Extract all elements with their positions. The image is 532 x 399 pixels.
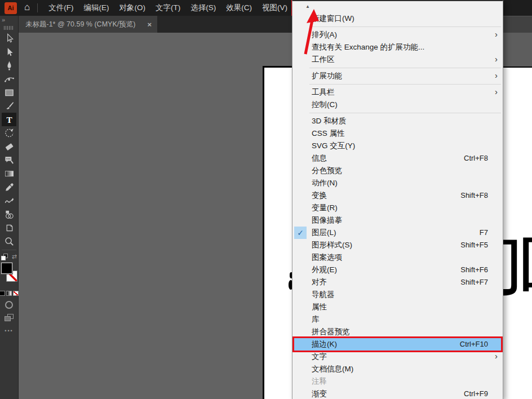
- draw-normal-mode-icon[interactable]: [5, 314, 14, 321]
- menu-item-label: CSS 属性: [312, 129, 345, 138]
- menu-item-label: 拼合器预览: [312, 327, 350, 336]
- check-icon: ✓: [294, 227, 307, 239]
- menu-item-arrange[interactable]: 排列(A)›: [292, 29, 503, 41]
- menu-item-extensions[interactable]: 扩展功能›: [292, 70, 503, 82]
- menu-item-stroke[interactable]: 描边(K)Ctrl+F10: [292, 338, 503, 351]
- menu-item-label: 工作区: [312, 55, 335, 64]
- menu-item-label: 变量(R): [312, 203, 338, 212]
- menu-item-label: 查找有关 Exchange 的扩展功能...: [312, 43, 424, 51]
- zoom-tool-icon[interactable]: [2, 234, 16, 248]
- gradient-button[interactable]: [6, 291, 12, 296]
- more-tools-icon[interactable]: •••: [5, 328, 13, 334]
- menu-item-appearance[interactable]: 外观(E)Shift+F6: [292, 264, 503, 276]
- comment-tool-icon[interactable]: [2, 153, 16, 167]
- menu-item-align[interactable]: 对齐Shift+F7: [292, 276, 503, 289]
- fill-swatch[interactable]: [1, 263, 12, 274]
- menu-item-css-properties[interactable]: CSS 属性: [292, 127, 503, 140]
- menu-item-label: 图形样式(S): [312, 241, 352, 249]
- menu-item-label: 分色预览: [312, 166, 342, 175]
- menu-item-label: 注释: [312, 377, 327, 385]
- illustrator-app: Ai ⌂ 文件(F)编辑(E)对象(O)文字(T)选择(S)效果(C)视图(V)…: [0, 0, 532, 399]
- none-button[interactable]: [13, 291, 19, 296]
- app-logo-icon[interactable]: Ai: [5, 2, 17, 14]
- menu-item-variables[interactable]: 变量(R): [292, 202, 503, 214]
- menu-item-workspace[interactable]: 工作区›: [292, 54, 503, 66]
- document-tab[interactable]: 未标题-1* @ 70.59 % (CMYK/预览) ×: [19, 16, 157, 33]
- menu-item-label: 扩展功能: [312, 72, 342, 80]
- menu-item-label: 对齐: [312, 278, 327, 286]
- menu-item-properties[interactable]: 属性: [292, 301, 503, 313]
- menu-item-layers[interactable]: ✓图层(L)F7: [292, 227, 503, 239]
- menu-item-gradient[interactable]: 渐变Ctrl+F9: [292, 388, 503, 399]
- menu-item-label: 渐变: [312, 389, 327, 398]
- menubar-item[interactable]: 选择(S): [185, 1, 221, 15]
- menu-item-document-info[interactable]: 文档信息(M): [292, 363, 503, 375]
- rotate-tool-icon[interactable]: [2, 126, 16, 140]
- menu-item-shortcut: F7: [480, 227, 488, 239]
- menubar-item[interactable]: 文字(T): [150, 1, 185, 15]
- menu-item-separations-preview[interactable]: 分色预览: [292, 165, 503, 177]
- shape-builder-tool-icon[interactable]: [2, 207, 16, 221]
- menu-item-actions[interactable]: 动作(N): [292, 177, 503, 189]
- menu-item-pattern-options[interactable]: 图案选项: [292, 251, 503, 264]
- menubar-item[interactable]: 编辑(E): [79, 1, 114, 15]
- home-icon[interactable]: ⌂: [24, 2, 30, 13]
- menu-item-transform[interactable]: 变换Shift+F8: [292, 189, 503, 202]
- menu-separator: [309, 84, 501, 85]
- menu-item-label: 外观(E): [312, 265, 337, 274]
- scroll-up-icon: ▲: [305, 4, 310, 10]
- menu-item-type[interactable]: 文字›: [292, 351, 503, 363]
- curvature-tool-icon[interactable]: [2, 72, 16, 86]
- menu-item-graphic-styles[interactable]: 图形样式(S)Shift+F5: [292, 239, 503, 251]
- menu-item-find-extensions[interactable]: 查找有关 Exchange 的扩展功能...: [292, 41, 503, 54]
- submenu-arrow-icon: ›: [495, 86, 498, 98]
- menu-item-new-window[interactable]: 新建窗口(W): [292, 12, 503, 25]
- menubar-item[interactable]: 对象(O): [114, 1, 151, 15]
- menu-item-label: 工具栏: [312, 88, 335, 96]
- drawing-modes-icon[interactable]: [5, 301, 13, 309]
- window-edge-strip-canvas: [503, 33, 532, 66]
- menu-item-label: 文字: [312, 352, 327, 361]
- artboard-tool-icon[interactable]: [2, 221, 16, 234]
- collapse-toolbar-icon[interactable]: »: [0, 16, 18, 24]
- swap-fill-stroke-icon[interactable]: ⇄: [12, 253, 17, 260]
- menu-item-comments: 注释: [292, 375, 503, 388]
- shaper-tool-icon[interactable]: [2, 194, 16, 207]
- menubar-item[interactable]: 视图(V): [257, 1, 292, 15]
- rectangle-tool-icon[interactable]: [2, 86, 16, 99]
- menu-item-label: 文档信息(M): [312, 365, 353, 373]
- menu-item-libraries[interactable]: 库: [292, 313, 503, 326]
- pen-tool-icon[interactable]: [2, 59, 16, 72]
- default-fill-stroke-icon[interactable]: [1, 254, 8, 260]
- eraser-tool-icon[interactable]: [2, 140, 16, 153]
- menu-item-flattener-preview[interactable]: 拼合器预览: [292, 326, 503, 338]
- eyedropper-tool-icon[interactable]: [2, 180, 16, 194]
- menu-item-label: 3D 和材质: [312, 117, 347, 125]
- menu-item-label: 变换: [312, 191, 327, 200]
- menu-item-image-trace[interactable]: 图像描摹: [292, 214, 503, 227]
- menubar-item[interactable]: 文件(F): [43, 1, 78, 15]
- menu-item-navigator[interactable]: 导航器: [292, 289, 503, 301]
- tab-close-icon[interactable]: ×: [147, 20, 152, 29]
- menu-item-label: 属性: [312, 303, 327, 311]
- menu-scroll-up[interactable]: ▲: [292, 1, 503, 12]
- color-button[interactable]: [0, 291, 5, 296]
- selection-tool-icon[interactable]: [2, 32, 16, 45]
- svg-text:T: T: [6, 114, 12, 124]
- menubar-item[interactable]: 效果(C): [221, 1, 257, 15]
- window-edge-strip-mid: [503, 16, 532, 33]
- gradient-tool-icon[interactable]: [2, 167, 16, 180]
- menu-item-control[interactable]: 控制(C): [292, 99, 503, 111]
- type-tool-icon[interactable]: T: [2, 113, 16, 126]
- menu-item-info[interactable]: 信息Ctrl+F8: [292, 152, 503, 165]
- submenu-arrow-icon: ›: [495, 69, 498, 82]
- menu-item-3d-materials[interactable]: 3D 和材质: [292, 115, 503, 127]
- menu-item-svg-interactivity[interactable]: SVG 交互(Y): [292, 140, 503, 152]
- menubar-items: 文件(F)编辑(E)对象(O)文字(T)选择(S)效果(C)视图(V)窗口(W): [43, 1, 330, 15]
- paintbrush-tool-icon[interactable]: [2, 99, 16, 113]
- direct-selection-tool-icon[interactable]: [2, 45, 16, 59]
- toolbar-grip-icon[interactable]: [2, 24, 16, 32]
- swatch-type-buttons: [0, 291, 19, 296]
- menu-item-label: 信息: [312, 154, 327, 162]
- menu-item-toolbars[interactable]: 工具栏›: [292, 86, 503, 99]
